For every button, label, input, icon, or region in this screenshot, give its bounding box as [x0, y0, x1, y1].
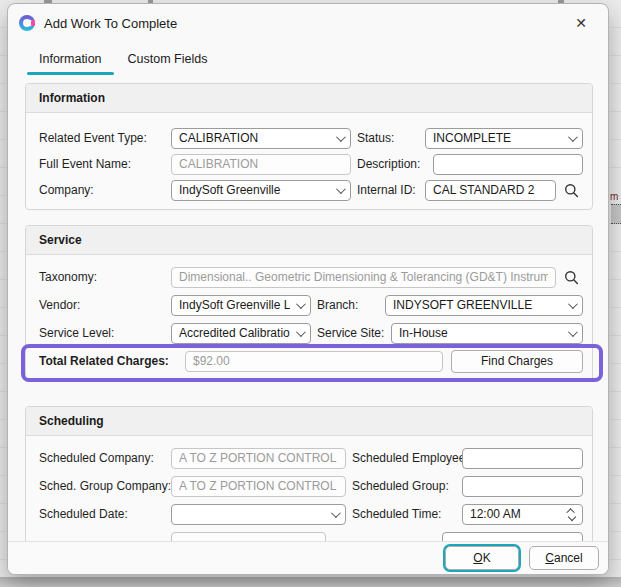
internal-id-label: Internal ID:: [357, 183, 421, 197]
scheduled-employee-label: Scheduled Employee:: [352, 451, 458, 465]
chevron-down-icon: [296, 327, 306, 337]
row-full-event-name: Full Event Name: Description:: [39, 151, 583, 177]
service-site-select[interactable]: In-House: [391, 323, 583, 344]
description-field[interactable]: [433, 154, 583, 175]
chevron-down-icon: [568, 327, 578, 337]
service-group: Service Taxonomy: Vendor: IndySoft Green…: [25, 225, 593, 382]
chevron-down-icon: [568, 299, 578, 309]
background-edge-text: m: [610, 191, 618, 202]
row-total-related-charges: Total Related Charges: Find Charges: [39, 347, 583, 375]
sched-group-company-field: [171, 476, 346, 497]
tab-custom-fields[interactable]: Custom Fields: [115, 48, 221, 75]
information-group-title: Information: [26, 84, 592, 113]
chevron-down-icon: [296, 299, 306, 309]
total-related-charges-label: Total Related Charges:: [39, 354, 185, 368]
row-vendor-branch: Vendor: IndySoft Greenville Lab Branch: …: [39, 291, 583, 319]
branch-select[interactable]: INDYSOFT GREENVILLE: [385, 295, 583, 316]
search-icon: [564, 183, 579, 198]
footer-bar: OK Cancel: [8, 541, 608, 574]
sched-group-company-label: Sched. Group Company:: [39, 479, 171, 493]
related-event-type-select[interactable]: CALIBRATION: [171, 128, 351, 149]
vendor-label: Vendor:: [39, 298, 171, 312]
company-label: Company:: [39, 183, 171, 197]
internal-id-search-button[interactable]: [559, 179, 583, 201]
cancel-button[interactable]: Cancel: [529, 546, 599, 570]
full-event-name-field: [171, 154, 351, 175]
full-event-name-label: Full Event Name:: [39, 157, 171, 171]
scheduled-date-label: Scheduled Date:: [39, 507, 171, 521]
tab-information[interactable]: Information: [26, 48, 115, 75]
description-label: Description:: [357, 157, 429, 171]
row-scheduled-company: Scheduled Company: Scheduled Employee:: [39, 444, 583, 472]
taxonomy-label: Taxonomy:: [39, 270, 171, 284]
chevron-down-icon: [336, 132, 346, 142]
dialog-content: Information Related Event Type: CALIBRAT…: [8, 72, 608, 543]
chevron-down-icon: [331, 508, 341, 518]
row-service-level-site: Service Level: Accredited Calibration Se…: [39, 319, 583, 347]
scheduled-company-field: [171, 448, 346, 469]
row-taxonomy: Taxonomy:: [39, 263, 583, 291]
related-event-type-label: Related Event Type:: [39, 131, 171, 145]
vendor-select[interactable]: IndySoft Greenville Lab: [171, 295, 311, 316]
dialog-title: Add Work To Complete: [44, 16, 177, 31]
add-work-to-complete-dialog: Add Work To Complete ✕ Information Custo…: [7, 3, 609, 575]
taxonomy-field: [171, 267, 556, 288]
row-scheduled-date-time: Scheduled Date: Scheduled Time: 12:00 AM: [39, 500, 583, 528]
background-window-strip: [0, 577, 621, 587]
row-related-event-type: Related Event Type: CALIBRATION Status: …: [39, 125, 583, 151]
branch-label: Branch:: [317, 298, 381, 312]
row-company: Company: IndySoft Greenville Internal ID…: [39, 177, 583, 203]
close-icon[interactable]: ✕: [567, 10, 595, 36]
scheduling-group-title: Scheduling: [26, 407, 592, 436]
scheduling-group: Scheduling Scheduled Company: Scheduled …: [25, 406, 593, 543]
scheduled-group-field[interactable]: [462, 476, 583, 497]
find-charges-button[interactable]: Find Charges: [451, 350, 583, 373]
status-label: Status:: [357, 131, 421, 145]
company-select[interactable]: IndySoft Greenville: [171, 180, 351, 201]
service-level-label: Service Level:: [39, 326, 171, 340]
scheduled-date-select[interactable]: [171, 504, 346, 525]
search-icon: [564, 270, 579, 285]
background-selected-row: [611, 204, 621, 224]
status-select[interactable]: INCOMPLETE: [425, 128, 583, 149]
taxonomy-search-button[interactable]: [559, 266, 583, 288]
tab-bar: Information Custom Fields: [26, 48, 220, 75]
chevron-down-icon: [568, 132, 578, 142]
scheduled-time-label: Scheduled Time:: [352, 507, 458, 521]
service-group-title: Service: [26, 226, 592, 255]
scheduled-time-spinner[interactable]: 12:00 AM: [462, 504, 583, 525]
scheduled-group-label: Scheduled Group:: [352, 479, 458, 493]
service-site-label: Service Site:: [317, 326, 387, 340]
service-level-select[interactable]: Accredited Calibration: [171, 323, 311, 344]
scheduled-company-label: Scheduled Company:: [39, 451, 171, 465]
app-logo-icon: [19, 15, 35, 31]
chevron-down-icon: [336, 184, 346, 194]
row-sched-group-company: Sched. Group Company: Scheduled Group:: [39, 472, 583, 500]
spinner-down-icon[interactable]: [568, 513, 576, 521]
internal-id-field[interactable]: [425, 180, 556, 201]
information-group: Information Related Event Type: CALIBRAT…: [25, 83, 593, 210]
ok-button[interactable]: OK: [445, 546, 519, 570]
title-bar: Add Work To Complete ✕: [8, 4, 608, 42]
total-related-charges-field: [185, 351, 443, 372]
scheduled-employee-field[interactable]: [462, 448, 583, 469]
